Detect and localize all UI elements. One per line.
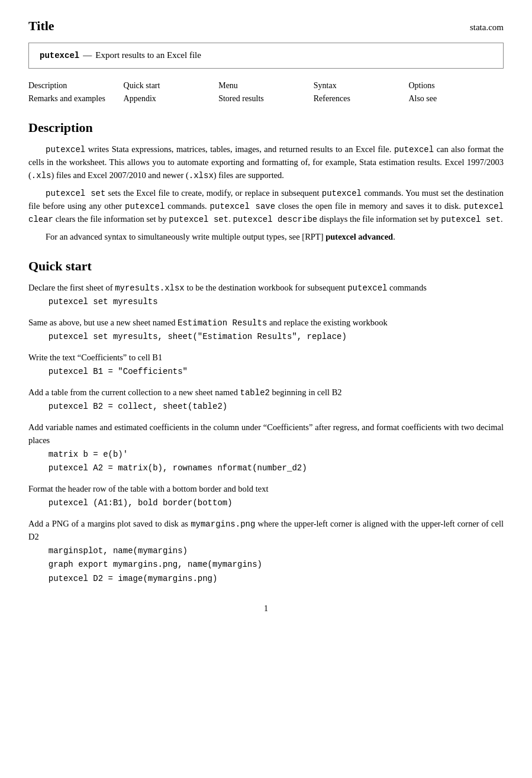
qs-1-cmd: putexcel (347, 283, 387, 293)
qs-item-2: Same as above, but use a new sheet named… (28, 317, 504, 343)
qs-code-2: putexcel set myresults, sheet("Estimatio… (49, 331, 504, 343)
nav-also-see[interactable]: Also see (408, 92, 504, 105)
qs-item-7: Add a PNG of a margins plot saved to dis… (28, 518, 504, 585)
qs-item-6: Format the header row of the table with … (28, 483, 504, 509)
qs-item-3: Write the text “Coefficients” to cell B1… (28, 351, 504, 378)
title-box-inner: putexcel — Export results to an Excel fi… (40, 49, 492, 62)
page-title: Title (28, 17, 54, 35)
qs-code-3-text: putexcel B1 = "Coefficients" (49, 367, 188, 376)
nav-stored-results[interactable]: Stored results (218, 92, 314, 105)
qs-item-1: Declare the first sheet of myresults.xls… (28, 282, 504, 308)
qs-code-5a-text: matrix b = e(b)' (49, 450, 128, 459)
description-para-3: For an advanced syntax to simultaneously… (28, 231, 504, 244)
putexcel-set-ref: putexcel set (46, 189, 105, 198)
qs-desc-6: Format the header row of the table with … (28, 483, 504, 496)
nav-row-1: Description Quick start Menu Syntax Opti… (28, 79, 504, 92)
description-para-1: putexcel writes Stata expressions, matri… (28, 143, 504, 182)
page-header: Title stata.com (28, 17, 504, 35)
nav-options[interactable]: Options (408, 79, 504, 92)
qs-7-file: mymargins.png (191, 519, 255, 529)
putexcel-describe-ref: putexcel describe (233, 215, 317, 224)
qs-desc-5: Add variable names and estimated coeffic… (28, 421, 504, 447)
title-separator: — (83, 49, 92, 62)
qs-code-5b-text: putexcel A2 = matrix(b), rownames nforma… (49, 463, 307, 473)
qs-code-7a: marginsplot, name(mymargins) (49, 545, 504, 557)
page-number: 1 (264, 604, 268, 613)
nav-table: Description Quick start Menu Syntax Opti… (28, 79, 504, 106)
putexcel-advanced-ref: putexcel advanced (325, 232, 393, 241)
qs-code-5a: matrix b = e(b)' (49, 448, 504, 461)
qs-code-3: putexcel B1 = "Coefficients" (49, 366, 504, 378)
description-body: putexcel writes Stata expressions, matri… (28, 143, 504, 244)
qs-code-4: putexcel B2 = collect, sheet(table2) (49, 401, 504, 413)
qs-code-7a-text: marginsplot, name(mymargins) (49, 546, 188, 556)
qs-code-6-text: putexcel (A1:B1), bold border(bottom) (49, 498, 233, 508)
qs-code-1-text: putexcel set myresults (49, 297, 158, 306)
qs-desc-1: Declare the first sheet of myresults.xls… (28, 282, 504, 295)
qs-desc-3: Write the text “Coefficients” to cell B1 (28, 351, 504, 364)
putexcel-ref-1: putexcel (46, 145, 85, 154)
qs-2-sheet: Estimation Results (178, 318, 267, 328)
stata-com-label: stata.com (470, 21, 504, 34)
qs-4-sheet: table2 (240, 388, 270, 398)
xls-ext: .xls (31, 171, 51, 180)
qs-code-7b-text: graph export mymargins.png, name(mymargi… (49, 560, 262, 569)
nav-quick-start[interactable]: Quick start (124, 79, 219, 92)
description-para-2: putexcel set sets the Excel file to crea… (28, 187, 504, 226)
nav-syntax[interactable]: Syntax (314, 79, 409, 92)
title-description: Export results to an Excel file (95, 49, 201, 62)
title-box: putexcel — Export results to an Excel fi… (28, 43, 504, 69)
command-name: putexcel (40, 50, 79, 62)
description-heading: Description (28, 118, 504, 137)
xlsx-ext: .xlsx (189, 171, 214, 180)
qs-desc-7: Add a PNG of a margins plot saved to dis… (28, 518, 504, 544)
nav-appendix[interactable]: Appendix (124, 92, 219, 105)
qs-1-file: myresults.xlsx (115, 283, 185, 293)
putexcel-ref-3: putexcel (322, 189, 362, 198)
qs-desc-4: Add a table from the current collection … (28, 386, 504, 399)
putexcel-ref-4: putexcel (125, 202, 165, 211)
qs-code-5b: putexcel A2 = matrix(b), rownames nforma… (49, 462, 504, 474)
qs-code-7c-text: putexcel D2 = image(mymargins.png) (49, 574, 218, 583)
qs-code-7b: graph export mymargins.png, name(mymargi… (49, 559, 504, 571)
quick-start-heading: Quick start (28, 257, 504, 276)
qs-code-4-text: putexcel B2 = collect, sheet(table2) (49, 402, 227, 411)
putexcel-set-ref-2: putexcel set (169, 215, 228, 224)
qs-code-1: putexcel set myresults (49, 296, 504, 308)
page-footer: 1 (28, 603, 504, 615)
nav-description[interactable]: Description (28, 79, 124, 92)
putexcel-set-ref-3: putexcel set (441, 215, 501, 224)
nav-remarks[interactable]: Remarks and examples (28, 92, 124, 105)
qs-item-5: Add variable names and estimated coeffic… (28, 421, 504, 474)
nav-row-2: Remarks and examples Appendix Stored res… (28, 92, 504, 105)
nav-menu[interactable]: Menu (218, 79, 314, 92)
qs-code-6: putexcel (A1:B1), bold border(bottom) (49, 497, 504, 509)
putexcel-save-ref: putexcel save (210, 202, 276, 211)
putexcel-ref-2: putexcel (394, 145, 434, 154)
qs-item-4: Add a table from the current collection … (28, 386, 504, 413)
page: Title stata.com putexcel — Export result… (0, 0, 532, 778)
qs-desc-2: Same as above, but use a new sheet named… (28, 317, 504, 330)
qs-code-7c: putexcel D2 = image(mymargins.png) (49, 573, 504, 585)
qs-code-2-text: putexcel set myresults, sheet("Estimatio… (49, 332, 347, 341)
nav-references[interactable]: References (314, 92, 409, 105)
